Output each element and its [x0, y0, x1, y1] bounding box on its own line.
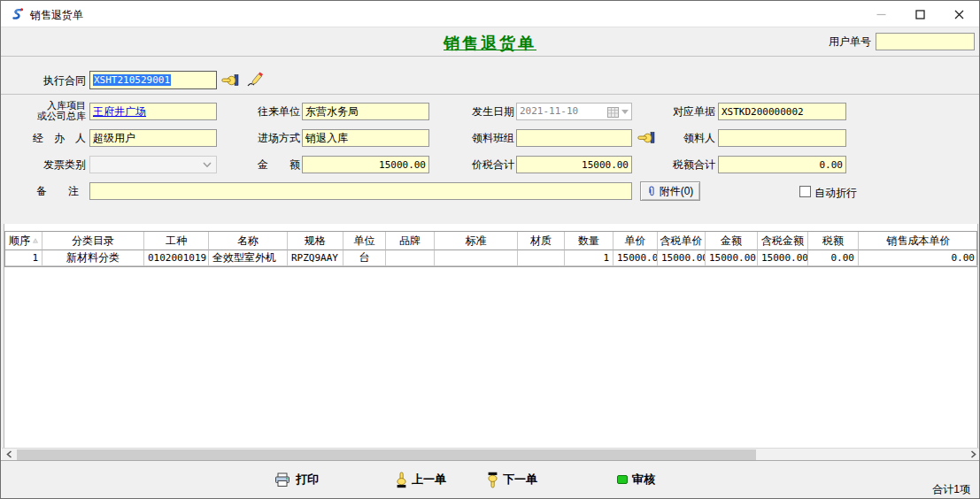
close-icon	[954, 10, 964, 19]
team-label: 领料班组	[464, 132, 514, 144]
printer-icon	[274, 472, 291, 487]
column-header[interactable]: 工种	[144, 232, 209, 250]
cell[interactable]	[435, 250, 518, 266]
column-header-label: 规格	[305, 232, 326, 250]
column-header-label: 材质	[530, 232, 552, 250]
minimize-button[interactable]	[861, 1, 901, 27]
minimize-icon	[876, 10, 886, 19]
cell[interactable]: 台	[343, 250, 386, 266]
cell[interactable]: 15000.00	[706, 250, 758, 266]
grid: 顺序分类目录工种名称规格单位品牌标准材质数量单价含税单价金额含税金额税额销售成本…	[4, 231, 977, 267]
close-button[interactable]	[939, 1, 979, 27]
operator-value: 超级用户	[93, 132, 135, 144]
entry-mode-value: 销退入库	[305, 132, 348, 144]
date-label: 发生日期	[464, 105, 514, 118]
maximize-icon	[915, 10, 925, 19]
cell[interactable]: 1	[565, 250, 613, 266]
picker-field[interactable]	[718, 129, 846, 147]
cell[interactable]: 0.00	[859, 250, 978, 266]
date-field[interactable]: 2021-11-10	[516, 103, 632, 120]
column-header[interactable]: 品牌	[386, 232, 435, 250]
next-order-button[interactable]: 下一单	[487, 471, 537, 488]
auto-wrap-label: 自动折行	[814, 187, 868, 199]
attachment-button[interactable]: 附件(0)	[640, 181, 700, 201]
audit-button[interactable]: 审核	[617, 471, 655, 488]
cell[interactable]: RPZQ9AAY （	[288, 250, 343, 266]
cell[interactable]: 新材料分类	[42, 250, 144, 266]
chevron-left-icon	[6, 450, 12, 458]
contract-value: XSHT210529001	[93, 74, 171, 86]
print-button[interactable]: 打印	[274, 471, 319, 488]
user-no-field[interactable]	[876, 33, 975, 50]
date-dropdown-arrow-icon[interactable]	[621, 110, 629, 114]
remark-field[interactable]	[89, 182, 632, 200]
column-header[interactable]: 税额	[808, 232, 859, 250]
team-field[interactable]	[516, 129, 632, 147]
contract-label: 执行合同	[19, 74, 86, 87]
warehouse-field[interactable]: 王府井广场	[89, 103, 217, 120]
chevron-right-icon	[970, 450, 976, 458]
contract-edit-button[interactable]	[245, 70, 264, 91]
column-header[interactable]: 单价	[613, 232, 658, 250]
cell[interactable]: 0.00	[808, 250, 859, 266]
hand-up-icon	[396, 472, 407, 488]
column-header[interactable]: 规格	[288, 232, 343, 250]
auto-wrap-checkbox[interactable]	[799, 186, 811, 197]
cell[interactable]: 15000.00	[658, 250, 706, 266]
cell[interactable]: 15000.00	[758, 250, 808, 266]
column-header-label: 含税金额	[761, 232, 804, 250]
column-header-label: 顺序	[9, 232, 30, 250]
invoice-type-dropdown[interactable]	[89, 156, 217, 173]
entry-mode-label: 进场方式	[250, 132, 300, 144]
scroll-left-button[interactable]	[2, 449, 16, 460]
column-header[interactable]: 顺序	[5, 232, 42, 250]
column-header[interactable]: 名称	[209, 232, 288, 250]
column-header[interactable]: 金额	[706, 232, 758, 250]
maximize-button[interactable]	[900, 1, 940, 27]
column-header-label: 品牌	[399, 232, 421, 250]
amount-label: 金 额	[251, 158, 300, 171]
total-with-tax-value: 15000.00	[582, 159, 629, 171]
cell[interactable]: 全效型室外机	[209, 250, 288, 266]
column-header-label: 含税单价	[660, 232, 703, 250]
amount-field[interactable]: 15000.00	[302, 156, 429, 173]
ref-doc-field[interactable]: XSTKD200000002	[718, 103, 846, 120]
cell[interactable]	[386, 250, 435, 266]
warehouse-value[interactable]: 王府井广场	[93, 105, 146, 118]
column-header[interactable]: 销售成本单价	[859, 232, 978, 250]
total-with-tax-field[interactable]: 15000.00	[516, 156, 632, 173]
contract-field[interactable]: XSHT210529001	[89, 71, 217, 89]
previous-order-label: 上一单	[412, 472, 446, 487]
previous-order-button[interactable]: 上一单	[396, 471, 446, 488]
invoice-type-label: 发票类别	[19, 158, 86, 171]
cell[interactable]: 15000.00	[613, 250, 658, 266]
approve-icon	[617, 475, 628, 484]
column-header[interactable]: 含税金额	[758, 232, 808, 250]
column-header[interactable]: 数量	[565, 232, 613, 250]
column-header[interactable]: 含税单价	[658, 232, 706, 250]
column-header-label: 分类目录	[72, 232, 114, 250]
team-select-button[interactable]	[637, 131, 655, 147]
date-value: 2021-11-10	[520, 104, 607, 119]
warehouse-label: 入库项目 或公司总库	[19, 100, 86, 121]
counterparty-field[interactable]: 东营水务局	[302, 103, 429, 120]
cell[interactable]	[518, 250, 565, 266]
horizontal-scrollbar[interactable]	[2, 448, 980, 460]
tax-total-field[interactable]: 0.00	[718, 156, 846, 173]
entry-mode-field[interactable]: 销退入库	[302, 129, 429, 147]
ref-doc-value: XSTKD200000002	[721, 106, 804, 118]
cell[interactable]: 1	[5, 250, 42, 266]
scrollbar-thumb[interactable]	[17, 449, 756, 460]
attachment-button-label: 附件(0)	[660, 184, 694, 199]
pointing-hand-icon	[637, 131, 655, 144]
column-header[interactable]: 材质	[518, 232, 565, 250]
column-header[interactable]: 标准	[435, 232, 518, 250]
operator-field[interactable]: 超级用户	[89, 129, 217, 147]
column-header-label: 工种	[166, 232, 187, 250]
column-header[interactable]: 分类目录	[42, 232, 144, 250]
cell[interactable]: 0102001019	[144, 250, 209, 266]
column-header[interactable]: 单位	[343, 232, 386, 250]
scroll-right-button[interactable]	[966, 449, 980, 460]
tax-total-label: 税额合计	[665, 158, 715, 171]
contract-select-button[interactable]	[221, 73, 239, 89]
